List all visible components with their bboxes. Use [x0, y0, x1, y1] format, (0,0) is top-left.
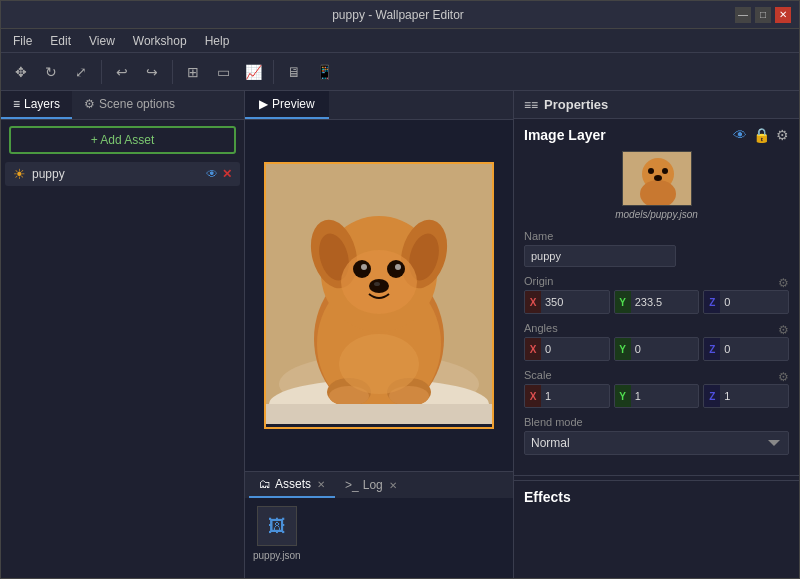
bottom-tabs-area: 🗂 Assets ✕ >_ Log ✕ 🖼 puppy.json [245, 471, 513, 578]
image-layer-icons: 👁 🔒 ⚙ [733, 127, 789, 143]
redo-button[interactable]: ↪ [138, 58, 166, 86]
layer-visibility-icon[interactable]: 👁 [206, 167, 218, 181]
title-bar: puppy - Wallpaper Editor — □ ✕ [1, 1, 799, 29]
tab-preview-label: Preview [272, 97, 315, 111]
tab-preview[interactable]: ▶ Preview [245, 91, 329, 119]
y-label: Y [615, 291, 631, 313]
panel-tabs: ≡ Layers ⚙ Scene options [1, 91, 244, 120]
svg-point-26 [648, 168, 654, 174]
menu-file[interactable]: File [5, 32, 40, 50]
tab-layers-label: Layers [24, 97, 60, 111]
menu-edit[interactable]: Edit [42, 32, 79, 50]
svg-point-14 [395, 264, 401, 270]
z-label: Z [704, 291, 720, 313]
scale-settings-icon[interactable]: ⚙ [778, 370, 789, 384]
lock-icon[interactable]: 🔒 [753, 127, 770, 143]
svg-point-15 [369, 279, 389, 293]
scale-inputs: X Y Z [524, 384, 789, 408]
undo-button[interactable]: ↩ [108, 58, 136, 86]
angle-z-input[interactable] [720, 338, 789, 360]
window-title: puppy - Wallpaper Editor [61, 8, 735, 22]
list-item[interactable]: 🖼 puppy.json [253, 506, 301, 561]
scale-y-field: Y [614, 384, 700, 408]
toolbar: ✥ ↻ ⤢ ↩ ↪ ⊞ ▭ 📈 🖥 📱 [1, 53, 799, 91]
settings-icon[interactable]: ⚙ [776, 127, 789, 143]
scale-x-label: X [525, 385, 541, 407]
tab-log[interactable]: >_ Log ✕ [335, 473, 407, 497]
scale-z-input[interactable] [720, 385, 789, 407]
asset-thumbnail-icon: 🖼 [257, 506, 297, 546]
svg-point-28 [654, 175, 662, 181]
tab-layers[interactable]: ≡ Layers [1, 91, 72, 119]
rotate-tool-button[interactable]: ↻ [37, 58, 65, 86]
tab-assets[interactable]: 🗂 Assets ✕ [249, 472, 335, 498]
blend-mode-select[interactable]: Normal Add Multiply Screen Overlay [524, 431, 789, 455]
layer-name-label: puppy [32, 167, 200, 181]
menu-view[interactable]: View [81, 32, 123, 50]
effects-title: Effects [524, 489, 571, 505]
thumbnail-container: models/puppy.json [524, 151, 789, 220]
mobile-button[interactable]: 📱 [310, 58, 338, 86]
name-field: Name [524, 230, 789, 267]
angle-x-input[interactable] [541, 338, 610, 360]
origin-x-field: X [524, 290, 610, 314]
asset-label: puppy.json [253, 550, 301, 561]
right-panel: ≡≡ Properties Image Layer 👁 🔒 ⚙ [513, 91, 799, 578]
center-top-tabs: ▶ Preview [245, 91, 513, 120]
name-input[interactable] [524, 245, 676, 267]
bottom-content: 🖼 puppy.json [245, 498, 513, 578]
tab-scene-options[interactable]: ⚙ Scene options [72, 91, 187, 119]
left-panel: ≡ Layers ⚙ Scene options + Add Asset ☀ p… [1, 91, 245, 578]
toolbar-separator-3 [273, 60, 274, 84]
scale-y-input[interactable] [631, 385, 700, 407]
angle-y-input[interactable] [631, 338, 700, 360]
angles-label: Angles [524, 322, 774, 334]
angle-x-field: X [524, 337, 610, 361]
origin-settings-icon[interactable]: ⚙ [778, 276, 789, 290]
scale-x-field: X [524, 384, 610, 408]
visibility-toggle-icon[interactable]: 👁 [733, 127, 747, 143]
origin-field: Origin ⚙ X Y Z [524, 275, 789, 314]
close-button[interactable]: ✕ [775, 7, 791, 23]
x-label: X [525, 291, 541, 313]
name-label: Name [524, 230, 789, 242]
rect-button[interactable]: ▭ [209, 58, 237, 86]
puppy-image [266, 164, 492, 424]
grid-button[interactable]: ⊞ [179, 58, 207, 86]
menu-workshop[interactable]: Workshop [125, 32, 195, 50]
monitor-button[interactable]: 🖥 [280, 58, 308, 86]
layer-controls: 👁 ✕ [206, 167, 232, 181]
scale-tool-button[interactable]: ⤢ [67, 58, 95, 86]
divider [514, 475, 799, 476]
origin-x-input[interactable] [541, 291, 610, 313]
maximize-button[interactable]: □ [755, 7, 771, 23]
scene-options-icon: ⚙ [84, 97, 95, 111]
properties-header: ≡≡ Properties [514, 91, 799, 119]
scale-label: Scale [524, 369, 774, 381]
close-log-tab-icon[interactable]: ✕ [389, 480, 397, 491]
svg-point-21 [339, 334, 419, 394]
add-asset-button[interactable]: + Add Asset [9, 126, 236, 154]
origin-y-input[interactable] [631, 291, 700, 313]
origin-z-field: Z [703, 290, 789, 314]
graph-button[interactable]: 📈 [239, 58, 267, 86]
svg-point-27 [662, 168, 668, 174]
angle-y-field: Y [614, 337, 700, 361]
layer-delete-icon[interactable]: ✕ [222, 167, 232, 181]
app-window: puppy - Wallpaper Editor — □ ✕ File Edit… [0, 0, 800, 579]
log-icon: >_ [345, 478, 359, 492]
svg-point-13 [361, 264, 367, 270]
list-item[interactable]: ☀ puppy 👁 ✕ [5, 162, 240, 186]
angles-settings-icon[interactable]: ⚙ [778, 323, 789, 337]
origin-label: Origin [524, 275, 774, 287]
close-assets-tab-icon[interactable]: ✕ [317, 479, 325, 490]
tab-log-label: Log [363, 478, 383, 492]
properties-icon: ≡≡ [524, 98, 538, 112]
angles-inputs: X Y Z [524, 337, 789, 361]
menu-help[interactable]: Help [197, 32, 238, 50]
move-tool-button[interactable]: ✥ [7, 58, 35, 86]
preview-image-container [264, 162, 494, 429]
scale-x-input[interactable] [541, 385, 610, 407]
origin-z-input[interactable] [720, 291, 789, 313]
minimize-button[interactable]: — [735, 7, 751, 23]
